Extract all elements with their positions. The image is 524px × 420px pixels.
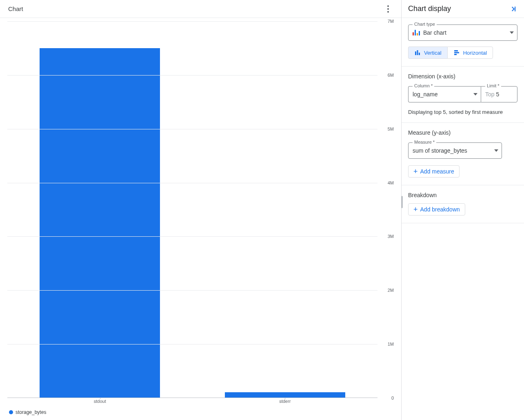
y-tick-label: 4M — [379, 180, 394, 185]
svg-rect-5 — [454, 54, 457, 55]
gridline — [7, 129, 377, 129]
dimension-section-title: Dimension (x-axis) — [408, 73, 517, 80]
legend-label: storage_bytes — [16, 409, 46, 415]
horizontal-bars-icon — [453, 49, 460, 56]
bar[interactable] — [225, 392, 345, 398]
chart-panel: Chart 7M6M5M4M3M2M1M0 stdoutstderr stora… — [0, 0, 402, 420]
y-tick-label: 7M — [379, 19, 394, 24]
side-panel-title: Chart display — [408, 4, 451, 13]
orientation-vertical-label: Vertical — [424, 50, 442, 56]
x-tick-label: stderr — [193, 398, 378, 404]
dimension-column-select[interactable]: Column * log_name — [408, 86, 481, 102]
dimension-limit-input[interactable]: Limit * Top 5 — [481, 86, 517, 102]
orientation-horizontal-label: Horizontal — [463, 50, 487, 56]
dimension-limit-prefix: Top — [485, 91, 495, 98]
dimension-limit-label: Limit * — [485, 83, 501, 88]
y-tick-label: 1M — [379, 342, 394, 347]
bar-chart-icon — [413, 30, 420, 36]
dimension-column-value: log_name — [413, 91, 473, 98]
add-breakdown-button[interactable]: + Add breakdown — [408, 203, 465, 216]
measure-section-title: Measure (y-axis) — [408, 129, 517, 136]
gridline — [7, 75, 377, 76]
add-measure-label: Add measure — [420, 168, 454, 175]
chart-plot-area: 7M6M5M4M3M2M1M0 — [7, 21, 394, 398]
gridline — [7, 344, 377, 344]
orientation-toggle: Vertical Horizontal — [408, 47, 517, 59]
dimension-limit-value: 5 — [496, 91, 500, 98]
chart-type-select[interactable]: Chart type Bar chart — [408, 24, 517, 41]
gridline — [7, 183, 377, 183]
chart-type-value: Bar chart — [423, 29, 510, 36]
bar-slot — [7, 21, 193, 398]
collapse-panel-button[interactable] — [509, 5, 517, 13]
measure-label: Measure * — [413, 140, 436, 144]
measure-select[interactable]: Measure * sum of storage_bytes — [408, 142, 502, 159]
gridline — [7, 236, 377, 237]
chart-legend: storage_bytes — [7, 404, 394, 417]
chevron-down-icon — [473, 93, 477, 96]
svg-rect-3 — [454, 50, 458, 51]
gridline — [7, 290, 377, 291]
breakdown-section-title: Breakdown — [408, 192, 517, 198]
panel-resize-handle[interactable] — [401, 196, 403, 208]
orientation-horizontal-button[interactable]: Horizontal — [447, 47, 493, 59]
y-tick-label: 3M — [379, 234, 394, 239]
x-tick-label: stdout — [7, 398, 193, 404]
chart-title: Chart — [8, 5, 23, 12]
vertical-bars-icon — [414, 49, 421, 56]
orientation-vertical-button[interactable]: Vertical — [408, 47, 447, 59]
chart-type-label: Chart type — [413, 22, 437, 27]
add-breakdown-label: Add breakdown — [420, 206, 460, 213]
chart-display-panel: Chart display Chart type Bar chart — [402, 0, 524, 420]
svg-rect-1 — [417, 50, 418, 55]
bar[interactable] — [40, 48, 160, 398]
chart-menu-button[interactable] — [383, 4, 393, 14]
svg-rect-0 — [415, 51, 416, 55]
add-measure-button[interactable]: + Add measure — [408, 165, 460, 178]
gridline — [7, 21, 377, 22]
y-tick-label: 5M — [379, 127, 394, 131]
svg-rect-4 — [454, 52, 459, 53]
dimension-column-label: Column * — [413, 83, 434, 88]
svg-rect-2 — [419, 53, 420, 55]
dimension-hint: Displaying top 5, sorted by first measur… — [408, 109, 517, 115]
chevron-down-icon — [494, 149, 498, 152]
y-tick-label: 0 — [379, 396, 394, 400]
bar-slot — [193, 21, 378, 398]
chevron-down-icon — [510, 31, 514, 34]
chart-body: 7M6M5M4M3M2M1M0 stdoutstderr storage_byt… — [0, 18, 401, 420]
measure-value: sum of storage_bytes — [413, 147, 494, 154]
legend-swatch-icon — [9, 410, 13, 414]
y-tick-label: 6M — [379, 73, 394, 78]
y-tick-label: 2M — [379, 288, 394, 293]
